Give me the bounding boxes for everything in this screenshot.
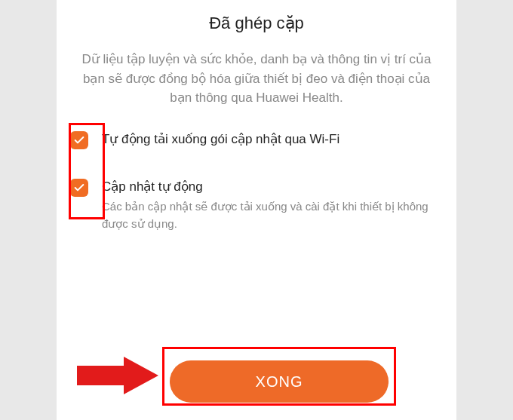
sync-description: Dữ liệu tập luyện và sức khỏe, danh bạ v… <box>70 50 443 108</box>
option-auto-update[interactable]: Cập nhật tự động Các bản cập nhật sẽ đượ… <box>70 178 443 233</box>
option-text-wrap: Tự động tải xuống gói cập nhật qua Wi-Fi <box>102 130 443 149</box>
options-group: Tự động tải xuống gói cập nhật qua Wi-Fi… <box>70 130 443 233</box>
svg-marker-0 <box>77 357 158 394</box>
option-text-wrap: Cập nhật tự động Các bản cập nhật sẽ đượ… <box>102 178 443 233</box>
checkbox-auto-update[interactable] <box>70 179 88 197</box>
option-wifi-download[interactable]: Tự động tải xuống gói cập nhật qua Wi-Fi <box>70 130 443 149</box>
done-button[interactable]: XONG <box>170 360 389 403</box>
check-icon <box>73 134 85 146</box>
page-title: Đã ghép cặp <box>70 14 443 33</box>
checkbox-wifi-download[interactable] <box>70 131 88 149</box>
option-sublabel: Các bản cập nhật sẽ được tải xuống và cà… <box>102 198 443 232</box>
check-icon <box>73 182 85 194</box>
option-label: Cập nhật tự động <box>102 178 443 196</box>
annotation-arrow-icon <box>77 357 158 397</box>
option-label: Tự động tải xuống gói cập nhật qua Wi-Fi <box>102 130 443 149</box>
